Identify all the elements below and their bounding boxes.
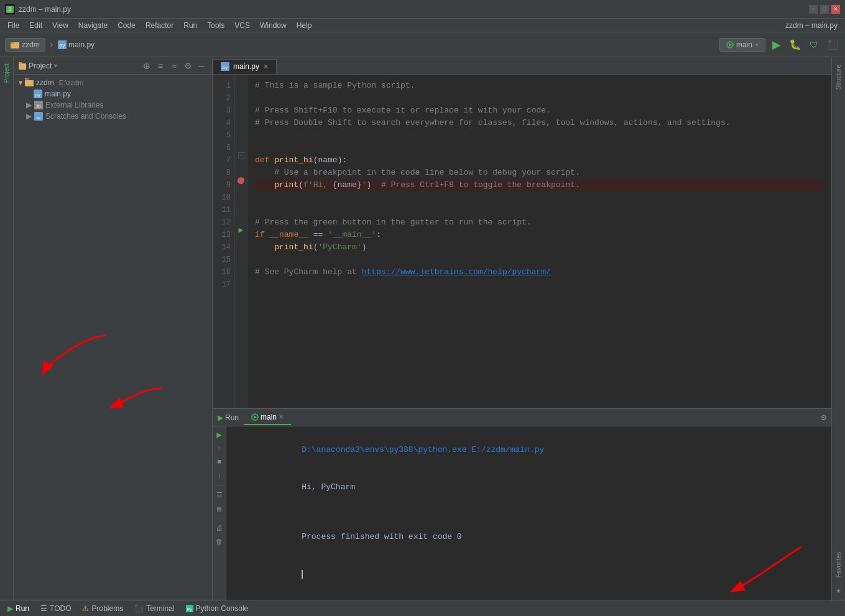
help-link[interactable]: https://www.jetbrains.com/help/pycharm/: [362, 266, 551, 278]
minimize-button[interactable]: ─: [809, 5, 818, 14]
todo-btab-label: TODO: [50, 604, 71, 613]
fold-icon-7[interactable]: [238, 152, 244, 159]
svg-rect-11: [25, 80, 34, 86]
svg-text:sc: sc: [37, 116, 40, 119]
title-bar: P zzdm – main.py ─ □ ✕: [0, 0, 845, 19]
main-run-tab[interactable]: main ✕: [244, 410, 291, 425]
project-root-item[interactable]: ▾ zzdm E:\zzdm: [14, 77, 212, 88]
coverage-button[interactable]: 🛡: [806, 37, 821, 52]
favorites-tab-vertical[interactable]: Favorites: [833, 547, 844, 582]
code-text-1: # This is a sample Python script.: [255, 80, 415, 92]
close-button[interactable]: ✕: [831, 5, 840, 14]
code-text-3: # Press Shift+F10 to execute it or repla…: [255, 104, 551, 117]
menu-file[interactable]: File: [2, 20, 24, 31]
menu-navigate[interactable]: Navigate: [73, 20, 113, 31]
run-config-selector[interactable]: main ▾: [719, 38, 765, 52]
run-output-area: ▶ ↑ ■ ↓ ☰ ▤ 🖨 🗑 D:\anaconda: [213, 426, 831, 600]
settings-gear-run[interactable]: ⚙: [816, 412, 831, 423]
library-icon: lib: [34, 101, 43, 109]
menu-refactor[interactable]: Refactor: [141, 20, 178, 31]
stop-run-button[interactable]: ■: [214, 456, 225, 467]
fstring-brace-open: {: [333, 179, 338, 191]
run-btab[interactable]: ▶ Run: [2, 603, 34, 614]
terminal-btab[interactable]: ⬛ Terminal: [129, 603, 179, 614]
rerun-button[interactable]: ↑: [214, 443, 225, 454]
tab-close-button[interactable]: ✕: [263, 63, 269, 71]
p9-1: (: [298, 179, 303, 191]
debug-button[interactable]: 🐛: [788, 37, 803, 52]
svg-rect-10: [19, 62, 22, 63]
run-output-content[interactable]: D:\anaconda3\envs\py388\python.exe E:/zz…: [226, 426, 831, 600]
print-button[interactable]: 🖨: [214, 522, 225, 533]
python-console-btab[interactable]: Py Python Console: [181, 603, 254, 614]
editor-area: py main.py ✕ 1 2 3 4 5 6 7 8 9: [213, 57, 831, 600]
problems-btab[interactable]: ⚠ Problems: [77, 603, 128, 614]
svg-rect-9: [19, 63, 26, 70]
scroll-to-end-button[interactable]: ☰: [214, 489, 225, 500]
bottom-toolbar-bar: ▶ Run ☰ TODO ⚠ Problems ⬛ Terminal Py Py…: [0, 600, 845, 616]
project-breadcrumb[interactable]: zzdm: [5, 38, 45, 52]
scratches-consoles-item[interactable]: ▶ sc Scratches and Consoles: [14, 111, 212, 122]
main-run-tab-label: main: [261, 413, 277, 421]
run-gutter-13[interactable]: ▶: [239, 225, 244, 235]
hide-panel-button[interactable]: ≈: [169, 60, 180, 71]
settings-panel-button[interactable]: ⚙: [182, 60, 193, 71]
colon-13: :: [376, 229, 381, 241]
code-text-12: # Press the green button in the gutter t…: [255, 216, 532, 229]
paren-open: (: [313, 154, 318, 167]
locate-file-button[interactable]: ⊕: [141, 60, 152, 71]
fstring-brace-close: }: [357, 179, 362, 191]
fstring-prefix: f'Hi,: [303, 179, 333, 191]
code-content[interactable]: # This is a sample Python script. # Pres…: [247, 75, 831, 408]
close-panel-button[interactable]: ─: [196, 60, 207, 71]
py-tab-icon: py: [221, 62, 229, 71]
p14-2: ): [362, 241, 367, 254]
code-line-2: [255, 92, 824, 104]
run-btab-label: Run: [16, 604, 29, 613]
external-libraries-item[interactable]: ▶ lib External Libraries: [14, 99, 212, 111]
run-tab-bottom[interactable]: ▶ Run: [213, 411, 244, 425]
code-line-14: print_hi('PyCharm'): [255, 241, 824, 254]
main-py-tab[interactable]: py main.py ✕: [213, 59, 277, 74]
stop-button[interactable]: ⬛: [825, 37, 840, 52]
code-editor[interactable]: 1 2 3 4 5 6 7 8 9 10 11 12 13 14 15 16 1: [213, 75, 831, 408]
menu-code[interactable]: Code: [113, 20, 141, 31]
keyword-if: if: [255, 229, 269, 241]
code-line-15: [255, 254, 824, 266]
main-py-item[interactable]: py main.py: [14, 88, 212, 99]
title-center: zzdm – main.py: [780, 21, 843, 30]
run-config-label: main: [736, 40, 752, 49]
settings-run-button[interactable]: ▤: [214, 503, 225, 514]
code-line-16: # See PyCharm help at https://www.jetbra…: [255, 266, 824, 278]
output-line-1: D:\anaconda3\envs\py388\python.exe E:/zz…: [234, 431, 824, 469]
run-button[interactable]: ▶: [769, 37, 784, 52]
output-line-4: Process finished with exit code 0: [234, 518, 824, 556]
maximize-button[interactable]: □: [820, 5, 829, 14]
collapse-all-button[interactable]: ≡: [155, 60, 166, 71]
project-panel-dropdown-icon[interactable]: ▾: [54, 62, 57, 69]
run-again-button[interactable]: ▶: [214, 429, 225, 440]
file-breadcrumb[interactable]: py main.py: [58, 40, 95, 49]
keyword-def: def: [255, 154, 274, 167]
close-run-button[interactable]: ↓: [214, 470, 225, 481]
menu-edit[interactable]: Edit: [24, 20, 47, 31]
folder-icon-small: [19, 62, 26, 70]
todo-btab[interactable]: ☰ TODO: [35, 603, 76, 614]
menu-window[interactable]: Window: [255, 20, 292, 31]
code-line-7: def print_hi(name):: [255, 154, 824, 167]
main-run-tab-close[interactable]: ✕: [279, 413, 284, 420]
svg-text:py: py: [59, 43, 65, 48]
menu-help[interactable]: Help: [292, 20, 317, 31]
menu-tools[interactable]: Tools: [202, 20, 229, 31]
star-icon[interactable]: ★: [833, 582, 843, 598]
menu-view[interactable]: View: [47, 20, 73, 31]
project-folder-icon: [25, 78, 34, 87]
delete-button[interactable]: 🗑: [214, 536, 225, 547]
project-tab-vertical[interactable]: Project: [1, 58, 12, 88]
menu-run[interactable]: Run: [178, 20, 202, 31]
structure-tab-vertical[interactable]: Structure: [833, 60, 844, 95]
code-line-11: [255, 204, 824, 216]
menu-vcs[interactable]: VCS: [229, 20, 255, 31]
breakpoint-indicator[interactable]: [238, 177, 244, 184]
title-bar-left: P zzdm – main.py: [5, 4, 71, 14]
